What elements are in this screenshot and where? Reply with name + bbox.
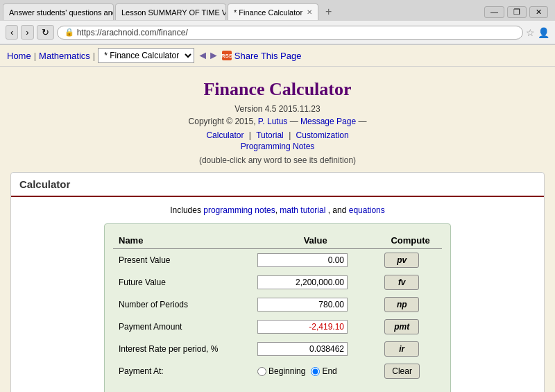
copyright-text: Copyright © 2015, — [189, 117, 256, 126]
col-value-header: Value — [252, 232, 379, 249]
browser-chrome: Answer students' questions and... ✕ Less… — [0, 0, 555, 45]
row-1-btn-cell: fv — [379, 271, 442, 293]
tab-3-close[interactable]: ✕ — [307, 8, 312, 16]
rss-icon: RSS — [222, 51, 232, 60]
bookmark-icon[interactable]: ☆ — [526, 27, 535, 38]
table-row: Future Valuefv — [113, 271, 442, 293]
pv-button[interactable]: pv — [384, 253, 419, 268]
address-text: https://arachnoid.com/finance/ — [77, 28, 515, 37]
row-0-value-input[interactable] — [257, 253, 348, 267]
tab-2-label: Lesson SUMMARY OF TIME VALU... — [121, 8, 226, 17]
nav-bar: ‹ › ↻ 🔒 https://arachnoid.com/finance/ ☆… — [0, 21, 555, 44]
col-name-header: Name — [113, 232, 252, 249]
author-link[interactable]: P. Lutus — [258, 117, 287, 126]
programming-notes-link[interactable]: Programming Notes — [241, 142, 315, 151]
row-2-label: Number of Periods — [113, 293, 252, 316]
row-3-value-cell — [252, 316, 379, 338]
np-button[interactable]: np — [384, 297, 419, 312]
row-2-btn-cell: np — [379, 293, 442, 316]
clear-btn-cell: Clear — [379, 360, 442, 382]
radio-beginning[interactable] — [257, 367, 266, 376]
row-4-btn-cell: ir — [379, 338, 442, 360]
payment-at-options: Beginning End — [252, 360, 379, 382]
radio-beginning-label[interactable]: Beginning — [257, 366, 305, 376]
close-button[interactable]: ✕ — [529, 6, 548, 18]
calculator-body: Includes programming notes, math tutoria… — [11, 197, 544, 392]
ir-button[interactable]: ir — [384, 341, 419, 357]
forward-button[interactable]: › — [21, 25, 33, 40]
maximize-button[interactable]: ❒ — [507, 6, 527, 18]
user-icon[interactable]: 👤 — [538, 27, 549, 38]
back-button[interactable]: ‹ — [6, 25, 18, 40]
page-content: Finance Calculator Version 4.5 2015.11.2… — [0, 67, 555, 392]
row-1-label: Future Value — [113, 271, 252, 293]
lock-icon: 🔒 — [65, 28, 74, 37]
row-4-value-cell — [252, 338, 379, 360]
row-0-btn-cell: pv — [379, 249, 442, 272]
row-2-value-input[interactable] — [257, 298, 348, 312]
page-title: Finance Calculator — [10, 79, 545, 100]
toolbar-sep-1: | — [34, 51, 36, 61]
tab-1-label: Answer students' questions and... — [9, 8, 114, 17]
row-1-value-input[interactable] — [257, 275, 348, 289]
page-nav-links: Calculator | Tutorial | Customization — [10, 130, 545, 140]
dash2: — — [358, 117, 366, 126]
row-1-value-cell — [252, 271, 379, 293]
programming-notes-link-wrapper: Programming Notes — [10, 142, 545, 151]
tab-3[interactable]: * Finance Calculator ✕ — [228, 3, 318, 20]
radio-end[interactable] — [311, 367, 320, 376]
and-text: , and — [328, 205, 347, 215]
tab-2[interactable]: Lesson SUMMARY OF TIME VALU... ✕ — [115, 3, 226, 20]
tab-bar: Answer students' questions and... ✕ Less… — [0, 0, 555, 21]
calculator-section: Calculator Includes programming notes, m… — [10, 172, 545, 392]
prev-page-button[interactable]: ◄ — [197, 49, 208, 62]
calculator-section-header: Calculator — [11, 173, 544, 197]
toolbar-sep-2: | — [93, 51, 95, 61]
minimize-button[interactable]: — — [484, 6, 504, 18]
dash1: — — [290, 117, 300, 126]
equations-link[interactable]: equations — [349, 205, 385, 215]
double-click-note: (double-click any word to see its defini… — [10, 155, 545, 165]
table-row: Number of Periodsnp — [113, 293, 442, 316]
payment-at-label: Payment At: — [113, 360, 252, 382]
row-3-label: Payment Amount — [113, 316, 252, 338]
clear-button[interactable]: Clear — [384, 364, 420, 379]
calculator-section-title: Calculator — [19, 178, 70, 190]
nav-sep-2: | — [289, 130, 293, 140]
calculator-table: Name Value Compute Present ValuepvFuture… — [113, 232, 442, 392]
radio-end-label[interactable]: End — [311, 366, 336, 376]
next-page-button[interactable]: ► — [208, 49, 219, 62]
row-3-btn-cell: pmt — [379, 316, 442, 338]
copyright-line: Copyright © 2015, P. Lutus — Message Pag… — [10, 117, 545, 126]
home-link[interactable]: Home — [7, 51, 31, 61]
row-0-value-cell — [252, 249, 379, 272]
tab-1[interactable]: Answer students' questions and... ✕ — [3, 3, 114, 20]
share-link[interactable]: Share This Page — [234, 51, 302, 61]
fv-button[interactable]: fv — [384, 275, 419, 290]
row-4-value-input[interactable] — [257, 342, 348, 356]
address-bar[interactable]: 🔒 https://arachnoid.com/finance/ — [57, 26, 523, 40]
page-toolbar: Home | Mathematics | * Finance Calculato… — [0, 45, 555, 67]
table-row: Present Valuepv — [113, 249, 442, 272]
radio-beginning-text: Beginning — [268, 366, 305, 376]
includes-line: Includes programming notes, math tutoria… — [19, 205, 536, 215]
pmt-button[interactable]: pmt — [384, 319, 419, 334]
page-selector[interactable]: * Finance Calculator — [98, 48, 194, 63]
tutorial-link[interactable]: Tutorial — [256, 130, 284, 140]
prog-notes-link[interactable]: programming notes — [203, 205, 275, 215]
math-link[interactable]: Mathematics — [39, 51, 90, 61]
col-compute-header: Compute — [379, 232, 442, 249]
message-link[interactable]: Message Page — [300, 117, 356, 126]
reload-button[interactable]: ↻ — [37, 25, 54, 40]
nav-arrows: ◄ ► — [197, 49, 219, 62]
math-tutorial-link[interactable]: math tutorial — [280, 205, 325, 215]
tab-3-label: * Finance Calculator — [234, 8, 302, 17]
radio-end-text: End — [322, 366, 336, 376]
window-controls: — ❒ ✕ — [480, 3, 552, 21]
customization-link[interactable]: Customization — [296, 130, 349, 140]
table-row: Interest Rate per period, %ir — [113, 338, 442, 360]
row-3-value-input[interactable] — [257, 320, 348, 334]
new-tab-button[interactable]: + — [323, 6, 334, 18]
calculator-link[interactable]: Calculator — [206, 130, 244, 140]
comma1: , — [275, 205, 278, 215]
